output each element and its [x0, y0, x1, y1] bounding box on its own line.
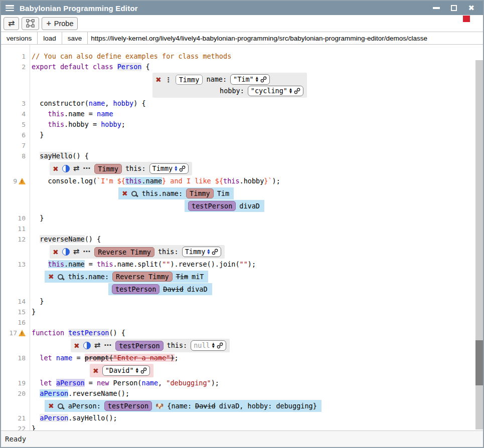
- code-line[interactable]: }: [30, 130, 44, 140]
- example-name-box[interactable]: testPerson: [188, 201, 236, 211]
- code-line[interactable]: export default class Person {: [30, 62, 150, 72]
- line-number: 8: [22, 152, 26, 160]
- link-icon[interactable]: [294, 88, 300, 94]
- example-name-box[interactable]: Reverse Timmy: [94, 247, 154, 257]
- value-input[interactable]: null▲▼: [191, 340, 226, 351]
- example-name-box[interactable]: testPerson: [104, 401, 152, 411]
- line-gutter: 11: [1, 223, 30, 234]
- code-token: ,: [158, 379, 166, 387]
- probe-button-label: Probe: [54, 20, 74, 28]
- line-gutter: 1: [1, 51, 30, 62]
- swap-button[interactable]: ⇄: [4, 17, 19, 30]
- example-name-box[interactable]: testPerson: [115, 341, 163, 351]
- drag-handle-icon[interactable]: ⋮: [165, 76, 172, 83]
- example-name-box[interactable]: testPerson: [112, 284, 159, 294]
- code-line[interactable]: constructor(name, hobby) {: [30, 98, 146, 109]
- stepper-icon[interactable]: ▲▼: [289, 88, 292, 94]
- add-probe-button[interactable]: + Probe: [42, 17, 78, 30]
- code-line[interactable]: reverseName() {: [30, 234, 101, 245]
- stepper-down: ▼: [212, 346, 215, 349]
- more-icon[interactable]: ⋯: [104, 342, 112, 349]
- line-gutter: 12: [1, 234, 30, 245]
- scrollbar-track[interactable]: [475, 60, 483, 429]
- code-token: let: [40, 354, 56, 362]
- code-token: );: [272, 177, 280, 185]
- toggle-icon[interactable]: [62, 165, 70, 172]
- versions-button[interactable]: versions: [1, 32, 38, 44]
- value-input[interactable]: "cycling"▲▼: [248, 86, 303, 96]
- editor-row: 13 this.name = this.name.split("").rever…: [1, 259, 483, 270]
- close-icon[interactable]: ✖: [74, 342, 80, 349]
- link-icon[interactable]: [212, 249, 218, 255]
- code-line[interactable]: let aPerson = new Person(name, "debuggin…: [30, 378, 219, 388]
- stepper-icon[interactable]: ▲▼: [256, 77, 258, 82]
- stepper-icon[interactable]: ▲▼: [136, 368, 138, 373]
- window-controls: ✖: [433, 5, 478, 12]
- toggle-icon[interactable]: [83, 342, 91, 349]
- code-line[interactable]: aPerson.reverseName();: [30, 388, 129, 399]
- value-input[interactable]: "Tim"▲▼: [230, 74, 270, 85]
- more-icon[interactable]: ⋯: [83, 248, 91, 256]
- swap-icon[interactable]: ⇄: [94, 342, 101, 349]
- scrollbar-thumb[interactable]: [475, 340, 483, 385]
- example-name-box[interactable]: Reverse Timmy: [112, 272, 173, 282]
- swap-icon[interactable]: ⇄: [73, 165, 80, 172]
- code-line[interactable]: }: [30, 296, 44, 307]
- widget-label: this:: [125, 163, 146, 174]
- close-icon[interactable]: ✖: [93, 367, 99, 374]
- toggle-icon[interactable]: [62, 248, 70, 256]
- code-line[interactable]: aPerson.sayHello();: [30, 413, 117, 423]
- magnifier-icon[interactable]: [58, 403, 63, 409]
- example-name-box[interactable]: Timmy: [94, 164, 122, 174]
- code-editor[interactable]: 1// You can also define examples for cla…: [1, 45, 483, 430]
- stepper-icon[interactable]: ▲▼: [175, 166, 177, 171]
- link-icon[interactable]: [260, 76, 267, 83]
- close-icon[interactable]: ✖: [53, 165, 59, 172]
- code-line[interactable]: sayHello() {: [30, 151, 89, 161]
- example-name-box[interactable]: Timmy: [186, 188, 214, 198]
- code-line[interactable]: this.name = this.name.split("").reverse(…: [30, 259, 256, 270]
- example-name-box[interactable]: Timmy: [176, 75, 203, 85]
- more-icon[interactable]: ⋯: [83, 165, 91, 172]
- load-button[interactable]: load: [38, 32, 62, 44]
- editor-row: 7: [1, 140, 483, 151]
- close-icon[interactable]: ✖: [48, 273, 54, 280]
- code-line[interactable]: function testPerson() {: [30, 328, 125, 338]
- close-window-icon[interactable]: ✖: [468, 5, 474, 12]
- code-line[interactable]: this.name = name: [30, 109, 113, 119]
- close-icon[interactable]: ✖: [155, 76, 162, 83]
- close-icon[interactable]: ✖: [122, 190, 128, 197]
- url-input[interactable]: [88, 32, 483, 44]
- link-icon[interactable]: [140, 367, 147, 374]
- code-line[interactable]: }: [30, 423, 36, 430]
- link-icon[interactable]: [217, 342, 223, 349]
- code-token: "": [240, 260, 248, 268]
- close-icon[interactable]: ✖: [48, 402, 54, 409]
- code-line[interactable]: }: [30, 307, 36, 317]
- minimize-icon[interactable]: [433, 7, 440, 9]
- stepper-icon[interactable]: ▲▼: [207, 249, 210, 255]
- code-line[interactable]: // You can also define examples for clas…: [30, 51, 231, 62]
- magnifier-icon[interactable]: [131, 191, 137, 196]
- stepper-icon[interactable]: ▲▼: [212, 343, 215, 348]
- selection-frame-button[interactable]: [22, 17, 39, 30]
- code-line[interactable]: console.log(`I'm ${this.name} and I like…: [30, 176, 280, 186]
- code-line[interactable]: }: [30, 213, 44, 223]
- link-icon[interactable]: [179, 165, 186, 172]
- code-line[interactable]: let name = prompt("Enter a name");: [30, 353, 179, 363]
- magnifier-icon[interactable]: [58, 274, 63, 280]
- code-token: [32, 414, 40, 422]
- menu-icon[interactable]: [6, 5, 14, 11]
- close-icon[interactable]: ✖: [53, 249, 59, 256]
- maximize-icon[interactable]: [451, 5, 457, 11]
- value-input[interactable]: "David"▲▼: [102, 365, 150, 376]
- value-input[interactable]: Timmy▲▼: [149, 163, 189, 174]
- widget-row: hobby:"cycling"▲▼: [220, 85, 303, 97]
- line-gutter: 19: [1, 378, 30, 388]
- value-input[interactable]: Timmy▲▼: [182, 247, 222, 257]
- save-button[interactable]: save: [62, 32, 88, 44]
- swap-icon[interactable]: ⇄: [73, 248, 80, 256]
- code-line[interactable]: this.hobby = hobby;: [30, 119, 125, 130]
- widget-line: ✖this.name:Reverse TimmyTimmiTtestPerson…: [30, 270, 212, 296]
- widget-line: ✖this.name:TimmyTimtestPersondivaD: [30, 186, 264, 213]
